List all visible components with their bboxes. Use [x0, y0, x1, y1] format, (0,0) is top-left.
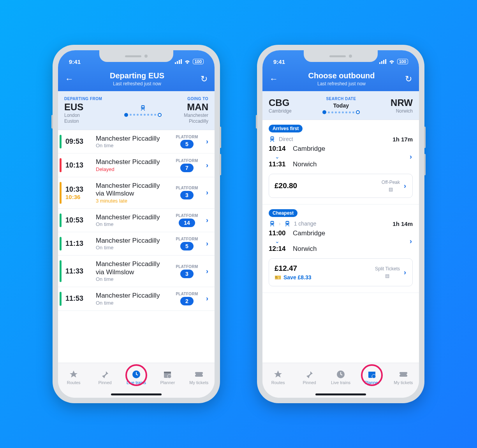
ticket-machine-icon: ▤: [389, 187, 393, 192]
svg-rect-1: [177, 61, 178, 64]
changes-text: Direct: [279, 136, 293, 142]
status-text: On time: [96, 143, 169, 148]
chevron-right-icon: ›: [205, 267, 209, 275]
status-stripe: [60, 260, 62, 282]
actual-time: 10:36: [65, 194, 92, 200]
tab-tickets[interactable]: My tickets: [389, 370, 417, 385]
destination: Manchester Piccadilly: [96, 213, 169, 221]
tab-planner[interactable]: Planner: [358, 370, 386, 385]
destination: Manchester Piccadilly: [96, 135, 169, 143]
tab-live-trains[interactable]: Live trains: [122, 370, 150, 385]
search-date[interactable]: Today: [333, 102, 349, 109]
journey-card[interactable]: Arrives firstDirect1h 17m10:14Cambridge⌄…: [262, 120, 419, 205]
svg-rect-15: [385, 59, 386, 64]
departure-list: 09:53Manchester PiccadillyOn timePLATFOR…: [58, 130, 215, 311]
chevron-right-icon: ›: [205, 216, 209, 224]
status-stripe: [60, 158, 62, 172]
from-name: London Euston: [64, 113, 102, 124]
departure-time: 09:53: [65, 138, 92, 146]
down-arrow-icon: ⌄: [275, 153, 325, 160]
departure-time: 11:13: [65, 240, 92, 248]
fare-type: Off-Peak: [382, 180, 400, 185]
destination: Manchester Piccadilly via Wilmslow: [96, 182, 169, 198]
savings: 🎫Save £8.33: [275, 274, 312, 280]
journey-card[interactable]: Cheapest›1 change1h 14m11:00Cambridge⌄12…: [262, 205, 419, 293]
train-icon: [269, 220, 276, 227]
journey-badge: Arrives first: [269, 125, 303, 132]
tab-tickets[interactable]: My tickets: [185, 370, 213, 385]
arr-time: 12:14: [269, 245, 289, 253]
header: 9:41 100 ← Choose outbound Last refreshe…: [262, 50, 419, 91]
route-bar[interactable]: CBG Cambridge SEARCH DATE Today NRW Norw…: [262, 91, 419, 120]
status-stripe: [60, 135, 62, 148]
arr-time: 11:31: [269, 161, 289, 168]
platform-number: 5: [180, 140, 194, 148]
fare-box[interactable]: £12.47🎫Save £8.33Split Tickets▤›: [269, 258, 413, 286]
home-indicator[interactable]: [111, 393, 162, 395]
tab-planner[interactable]: Planner: [153, 370, 181, 385]
wifi-icon: [389, 58, 395, 65]
tab-routes[interactable]: Routes: [264, 370, 292, 385]
departure-row[interactable]: 10:53Manchester PiccadillyOn timePLATFOR…: [58, 209, 215, 232]
home-indicator[interactable]: [315, 393, 366, 395]
back-button[interactable]: ←: [269, 74, 278, 84]
tab-bar: Routes Pinned Live trains Planner My tic…: [262, 363, 419, 398]
refresh-button[interactable]: ↻: [201, 74, 208, 84]
tab-routes[interactable]: Routes: [60, 370, 88, 385]
signal-icon: [175, 58, 182, 65]
platform-label: PLATFORM: [172, 159, 201, 163]
platform-number: 7: [180, 164, 194, 172]
status-text: On time: [96, 276, 169, 282]
fare-box[interactable]: £20.80Off-Peak▤›: [269, 174, 413, 198]
tab-pinned[interactable]: Pinned: [91, 370, 119, 385]
changes-text: 1 change: [294, 220, 317, 227]
tab-live-trains[interactable]: Live trains: [327, 370, 355, 385]
departure-time: 10:33: [65, 185, 92, 194]
platform-number: 5: [180, 242, 194, 250]
train-icon: [269, 136, 276, 143]
train-icon: [284, 220, 291, 227]
svg-point-6: [142, 108, 143, 109]
departure-row[interactable]: 11:33Manchester Piccadilly via WilmslowO…: [58, 256, 215, 287]
wifi-icon: [184, 58, 190, 65]
duration: 1h 14m: [393, 220, 413, 227]
platform-number: 3: [180, 270, 194, 278]
platform-label: PLATFORM: [172, 135, 201, 139]
status-text: On time: [96, 300, 169, 306]
tab-pinned[interactable]: Pinned: [296, 370, 324, 385]
departure-row[interactable]: 10:13Manchester PiccadillyDelayedPLATFOR…: [58, 153, 215, 177]
chevron-right-icon: ›: [205, 138, 209, 146]
page-subtitle: Last refreshed just now: [308, 81, 375, 86]
signal-icon: [379, 58, 386, 65]
dep-time: 10:14: [269, 145, 289, 153]
highlight-circle: [361, 364, 383, 386]
status-stripe: [60, 292, 62, 305]
departure-row[interactable]: 11:13Manchester PiccadillyOn timePLATFOR…: [58, 232, 215, 256]
battery-badge: 100: [193, 59, 204, 64]
status-text: On time: [96, 245, 169, 250]
svg-point-7: [144, 108, 144, 109]
to-label: GOING TO: [184, 97, 208, 101]
departure-row[interactable]: 09:53Manchester PiccadillyOn timePLATFOR…: [58, 130, 215, 153]
highlight-circle: [125, 364, 147, 386]
dep-name: Cambridge: [293, 145, 325, 153]
status-stripe: [60, 237, 62, 250]
price: £12.47: [275, 264, 312, 273]
refresh-button[interactable]: ↻: [405, 74, 412, 84]
status-text: On time: [96, 221, 169, 227]
route-bar[interactable]: DEPARTING FROM EUS London Euston GOING T…: [58, 91, 215, 130]
status-text: Delayed: [96, 166, 169, 172]
back-button[interactable]: ←: [65, 74, 74, 84]
departure-row[interactable]: 10:3310:36Manchester Piccadilly via Wilm…: [58, 177, 215, 209]
platform-number: 14: [179, 219, 195, 227]
platform-number: 2: [180, 297, 194, 305]
ticket-machine-icon: ▤: [385, 273, 389, 279]
svg-rect-0: [175, 62, 176, 64]
dep-name: Cambridge: [293, 229, 325, 237]
platform-label: PLATFORM: [172, 265, 201, 269]
chevron-right-icon: ›: [205, 189, 209, 197]
train-icon: [139, 104, 146, 111]
platform-label: PLATFORM: [172, 292, 201, 296]
departure-row[interactable]: 11:53Manchester PiccadillyOn timePLATFOR…: [58, 287, 215, 310]
chevron-right-icon: ›: [205, 295, 209, 303]
